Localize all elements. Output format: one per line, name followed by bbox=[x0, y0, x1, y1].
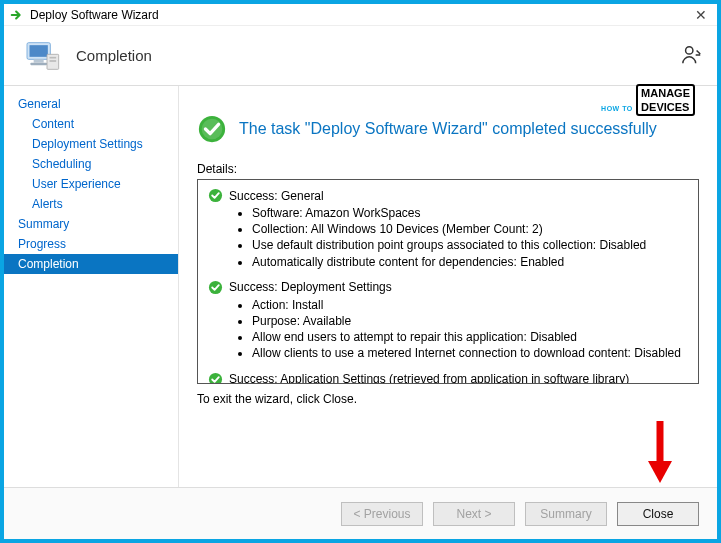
section-header: Success: Application Settings (retrieved… bbox=[208, 372, 688, 385]
sidebar-item-general[interactable]: General bbox=[4, 94, 178, 114]
window-title: Deploy Software Wizard bbox=[30, 8, 691, 22]
summary-button: Summary bbox=[525, 502, 607, 526]
section-header: Success: Deployment Settings bbox=[208, 280, 688, 295]
success-message: The task "Deploy Software Wizard" comple… bbox=[239, 120, 657, 138]
wizard-arrow-icon bbox=[10, 8, 24, 22]
section-title: Success: General bbox=[229, 189, 324, 203]
sidebar-item-progress[interactable]: Progress bbox=[4, 234, 178, 254]
computer-icon bbox=[22, 36, 62, 76]
wizard-body: GeneralContentDeployment SettingsSchedul… bbox=[4, 86, 717, 487]
wizard-window: Deploy Software Wizard ✕ Completion Gene… bbox=[0, 0, 721, 543]
detail-item: Action: Install bbox=[252, 297, 688, 313]
details-label: Details: bbox=[197, 162, 699, 176]
section-header: Success: General bbox=[208, 188, 688, 203]
svg-rect-1 bbox=[30, 45, 48, 57]
previous-button: < Previous bbox=[341, 502, 423, 526]
success-check-icon bbox=[197, 114, 227, 144]
details-section: Success: GeneralSoftware: Amazon WorkSpa… bbox=[208, 188, 688, 270]
success-check-icon bbox=[208, 188, 223, 203]
sidebar-item-summary[interactable]: Summary bbox=[4, 214, 178, 234]
detail-item: Software: Amazon WorkSpaces bbox=[252, 205, 688, 221]
sidebar-item-scheduling[interactable]: Scheduling bbox=[4, 154, 178, 174]
svg-rect-3 bbox=[30, 62, 47, 65]
page-title: Completion bbox=[76, 47, 152, 64]
success-banner: The task "Deploy Software Wizard" comple… bbox=[197, 114, 699, 144]
sidebar-item-user-experience[interactable]: User Experience bbox=[4, 174, 178, 194]
svg-rect-6 bbox=[50, 60, 57, 62]
close-icon[interactable]: ✕ bbox=[691, 7, 711, 23]
sidebar-item-content[interactable]: Content bbox=[4, 114, 178, 134]
wizard-footer: < Previous Next > Summary Close bbox=[4, 487, 717, 539]
section-title: Success: Application Settings (retrieved… bbox=[229, 372, 629, 384]
details-section: Success: Application Settings (retrieved… bbox=[208, 372, 688, 385]
titlebar: Deploy Software Wizard ✕ bbox=[4, 4, 717, 26]
svg-point-7 bbox=[686, 47, 693, 54]
success-check-icon bbox=[208, 280, 223, 295]
next-button: Next > bbox=[433, 502, 515, 526]
person-icon bbox=[681, 44, 703, 71]
wizard-header: Completion bbox=[4, 26, 717, 86]
detail-item: Use default distribution point groups as… bbox=[252, 237, 688, 253]
close-button[interactable]: Close bbox=[617, 502, 699, 526]
detail-item: Allow clients to use a metered Internet … bbox=[252, 345, 688, 361]
details-box[interactable]: Success: GeneralSoftware: Amazon WorkSpa… bbox=[197, 179, 699, 384]
svg-point-12 bbox=[209, 372, 222, 384]
content-pane: HOW TO MANAGEDEVICES The task "Deploy So… bbox=[179, 86, 717, 487]
detail-item: Purpose: Available bbox=[252, 313, 688, 329]
watermark: HOW TO MANAGEDEVICES bbox=[601, 84, 695, 116]
section-title: Success: Deployment Settings bbox=[229, 280, 392, 294]
detail-item: Allow end users to attempt to repair thi… bbox=[252, 329, 688, 345]
success-check-icon bbox=[208, 372, 223, 385]
sidebar-item-completion[interactable]: Completion bbox=[4, 254, 178, 274]
svg-rect-2 bbox=[34, 59, 44, 62]
exit-instruction: To exit the wizard, click Close. bbox=[197, 392, 699, 406]
sidebar-item-alerts[interactable]: Alerts bbox=[4, 194, 178, 214]
section-bullets: Action: InstallPurpose: AvailableAllow e… bbox=[208, 297, 688, 362]
detail-item: Collection: All Windows 10 Devices (Memb… bbox=[252, 221, 688, 237]
detail-item: Automatically distribute content for dep… bbox=[252, 254, 688, 270]
svg-rect-5 bbox=[50, 56, 57, 58]
section-bullets: Software: Amazon WorkSpacesCollection: A… bbox=[208, 205, 688, 270]
sidebar-item-deployment-settings[interactable]: Deployment Settings bbox=[4, 134, 178, 154]
details-section: Success: Deployment SettingsAction: Inst… bbox=[208, 280, 688, 362]
sidebar: GeneralContentDeployment SettingsSchedul… bbox=[4, 86, 179, 487]
